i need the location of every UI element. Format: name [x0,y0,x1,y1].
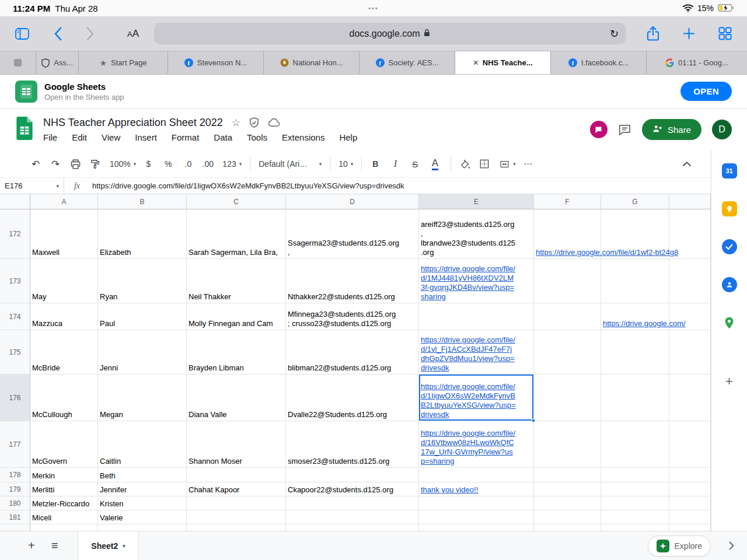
share-button[interactable]: Share [642,119,701,140]
contacts-icon[interactable] [722,277,737,292]
cell-B178[interactable]: Beth [98,468,187,482]
cell-B177[interactable]: Caitlin [98,421,187,468]
cell-B176[interactable]: Megan [98,374,187,421]
cell-C179[interactable]: Chahat Kapoor [187,482,286,496]
add-sheet-button[interactable]: + [28,539,35,552]
cell-E172[interactable]: areiff23@students.d125.org , lbrandwe23@… [419,209,534,259]
cell-C178[interactable] [187,468,286,482]
font-family-select[interactable]: Default (Ari…▾ [259,159,322,169]
star-doc-icon[interactable]: ☆ [232,117,240,129]
column-header-b[interactable]: B [98,194,187,209]
cell-H181[interactable] [669,510,711,524]
cloud-saved-icon[interactable] [268,118,280,127]
column-header-partial[interactable] [669,194,711,209]
paint-format-button[interactable] [86,155,104,173]
menu-data[interactable]: Data [214,132,232,142]
cell-link[interactable]: thank you video!! [419,485,480,496]
cell-E179[interactable]: thank you video!! [419,482,534,496]
cell-A172[interactable]: Maxwell [30,209,98,259]
cell-G179[interactable] [601,482,669,496]
browser-tab-ass[interactable]: Ass... [36,51,79,74]
menu-help[interactable]: Help [339,132,357,142]
cell-G174[interactable]: https://drive.google.com/ [601,303,669,330]
cell-A177[interactable]: McGovern [30,421,98,468]
cell-E175[interactable]: https://drive.google.com/file/ d/1vl_Fj1… [419,330,534,374]
menu-format[interactable]: Format [172,132,200,142]
cell-C176[interactable]: Diana Valle [187,374,286,421]
cell-F179[interactable] [534,482,601,496]
cell-F173[interactable] [534,259,601,303]
cell-link[interactable]: https://drive.google.com/file/ d/1MJ4481… [419,264,517,303]
row-header-179[interactable]: 179 [0,482,30,496]
italic-button[interactable]: I [386,155,404,173]
cell-E181[interactable] [419,510,534,524]
cell-empty[interactable] [669,524,711,531]
row-header-174[interactable]: 174 [0,303,30,330]
close-icon[interactable]: × [473,58,478,68]
menu-tools[interactable]: Tools [247,132,267,142]
sidebar-toggle-icon[interactable] [15,28,29,40]
percent-format-button[interactable]: % [159,155,177,173]
cell-C181[interactable] [187,510,286,524]
document-title[interactable]: NHS Teacher Appreciation Sheet 2022 [43,117,223,129]
cell-A174[interactable]: Mazzuca [30,303,98,330]
row-header-176[interactable]: 176 [0,374,30,421]
cell-B172[interactable]: Elizabeth [98,209,187,259]
comment-icon[interactable] [618,123,631,136]
column-header-c[interactable]: C [187,194,286,209]
explore-button[interactable]: Explore [648,536,711,556]
browser-tab-i-facebook-c[interactable]: fI.facebook.c... [551,51,647,74]
cell-E174[interactable] [419,303,534,330]
cell-H177[interactable] [669,421,711,468]
menu-file[interactable]: File [43,132,57,142]
cell-name-box[interactable]: E176 ▾ [0,178,64,194]
cell-F176[interactable] [534,374,601,421]
reader-options-button[interactable]: AA [127,28,139,40]
cell-D180[interactable] [286,496,419,510]
decrease-decimal-button[interactable]: .0 [179,155,197,173]
keep-icon[interactable] [722,201,737,216]
cell-G175[interactable] [601,330,669,374]
multitask-dots-icon[interactable]: ••• [368,5,379,12]
cell-link[interactable]: https://drive.google.com/file/ d/1vl_Fj1… [419,335,517,374]
column-header-e[interactable]: E [419,194,534,209]
cell-E177[interactable]: https://drive.google.com/file/ d/16Vtbww… [419,421,534,468]
row-header-173[interactable]: 173 [0,259,30,303]
collapse-toolbar-icon[interactable] [678,155,696,173]
column-header-d[interactable]: D [286,194,419,209]
fill-handle[interactable] [532,419,535,422]
column-header-a[interactable]: A [30,194,98,209]
undo-button[interactable]: ↶ [27,155,44,173]
cell-empty[interactable] [419,524,534,531]
cell-F177[interactable] [534,421,601,468]
borders-button[interactable] [476,155,493,173]
cell-H176[interactable] [669,374,711,421]
viewer-avatar-icon[interactable] [590,121,608,138]
address-bar[interactable]: docs.google.com ↻ [154,23,626,44]
cell-G173[interactable] [601,259,669,303]
fill-color-button[interactable] [456,155,473,173]
forward-button[interactable] [86,27,95,41]
share-icon[interactable] [647,26,659,41]
cell-G181[interactable] [601,510,669,524]
browser-tab-start-page[interactable]: ★Start Page [79,51,168,74]
more-toolbar-button[interactable]: ⋯ [519,155,537,173]
cell-B179[interactable]: Jennifer [98,482,187,496]
cell-D181[interactable] [286,510,419,524]
cell-C173[interactable]: Neil Thakker [187,259,286,303]
cell-D173[interactable]: Nthakker22@students.d125.org [286,259,419,303]
tasks-icon[interactable] [722,239,737,254]
cell-empty[interactable] [30,524,98,531]
cell-empty[interactable] [187,524,286,531]
row-header-177[interactable]: 177 [0,421,30,468]
strikethrough-button[interactable]: S [406,155,424,173]
cell-B174[interactable]: Paul [98,303,187,330]
increase-decimal-button[interactable]: .00 [199,155,217,173]
browser-tab-society-aes[interactable]: fSociety: AES... [359,51,455,74]
cell-G178[interactable] [601,468,669,482]
row-header-180[interactable]: 180 [0,496,30,510]
reload-icon[interactable]: ↻ [610,27,619,40]
cell-B173[interactable]: Ryan [98,259,187,303]
cell-G177[interactable] [601,421,669,468]
cell-F181[interactable] [534,510,601,524]
